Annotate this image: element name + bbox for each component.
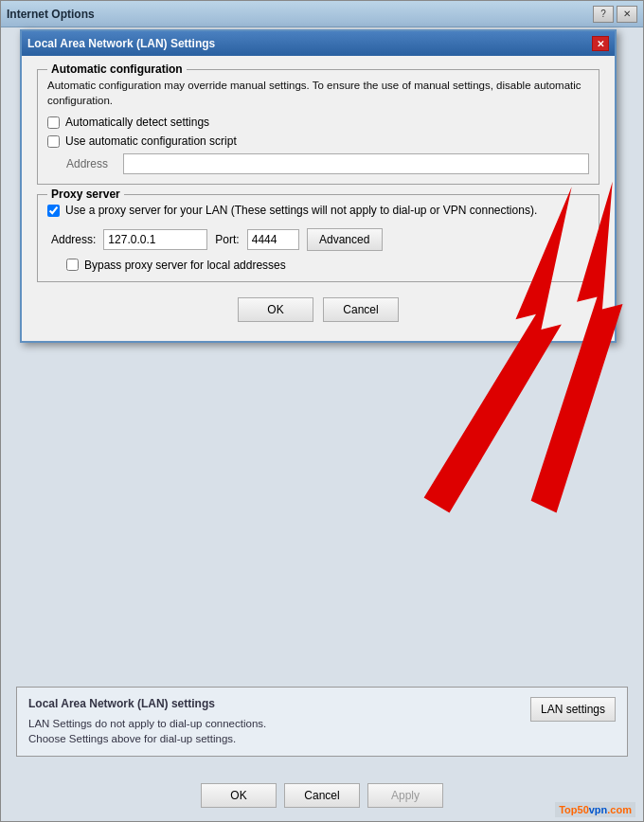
proxy-server-section: Proxy server Use a proxy server for your… — [37, 194, 599, 282]
proxy-port-label: Port: — [215, 233, 239, 246]
outer-apply-button[interactable]: Apply — [367, 783, 443, 808]
outer-bottom-section: Local Area Network (LAN) settings LAN Se… — [1, 679, 643, 764]
outer-window-title: Internet Options — [7, 8, 95, 21]
lan-section-desc2: Choose Settings above for dial-up settin… — [28, 731, 266, 746]
proxy-address-label: Address: — [51, 233, 96, 246]
dialog-buttons: OK Cancel — [37, 297, 599, 322]
help-button[interactable]: ? — [593, 6, 614, 23]
auto-script-row: Use automatic configuration script — [47, 134, 589, 148]
auto-detect-label: Automatically detect settings — [65, 116, 209, 129]
lan-titlebar: Local Area Network (LAN) Settings ✕ — [22, 31, 615, 56]
auto-detect-row: Automatically detect settings — [47, 116, 589, 129]
lan-dialog: Local Area Network (LAN) Settings ✕ Auto… — [20, 29, 617, 343]
outer-close-button[interactable]: ✕ — [617, 6, 637, 23]
lan-close-button[interactable]: ✕ — [592, 36, 609, 51]
auto-script-checkbox[interactable] — [47, 135, 60, 148]
proxy-address-input[interactable] — [103, 229, 207, 250]
lan-section-desc1: LAN Settings do not apply to dial-up con… — [28, 716, 266, 731]
watermark-text2: vpn — [589, 804, 608, 815]
dialog-ok-button[interactable]: OK — [238, 297, 313, 322]
lan-settings-panel: Local Area Network (LAN) settings LAN Se… — [16, 687, 628, 757]
lan-body: Automatic configuration Automatic config… — [22, 56, 615, 341]
auto-config-desc: Automatic configuration may override man… — [47, 78, 589, 108]
bypass-row: Bypass proxy server for local addresses — [66, 259, 589, 272]
lan-settings-text: Local Area Network (LAN) settings LAN Se… — [28, 697, 266, 746]
titlebar-buttons: ? ✕ — [593, 6, 637, 23]
auto-address-input[interactable] — [123, 153, 589, 174]
lan-settings-button[interactable]: LAN settings — [530, 697, 616, 722]
dialog-cancel-button[interactable]: Cancel — [323, 297, 399, 322]
auto-script-label: Use automatic configuration script — [65, 134, 237, 148]
bypass-checkbox[interactable] — [66, 259, 79, 271]
proxy-port-input[interactable] — [247, 229, 299, 250]
internet-options-window: Internet Options ? ✕ Local Area Network … — [0, 0, 644, 822]
auto-config-title: Automatic configuration — [47, 63, 187, 76]
outer-ok-button[interactable]: OK — [201, 783, 277, 808]
use-proxy-row: Use a proxy server for your LAN (These s… — [47, 203, 589, 219]
auto-detect-checkbox[interactable] — [47, 116, 60, 129]
auto-config-section: Automatic configuration Automatic config… — [37, 69, 599, 185]
watermark-text1: Top50 — [559, 804, 589, 815]
outer-bottom-buttons: OK Cancel Apply — [1, 783, 643, 808]
proxy-fields-row: Address: Port: Advanced — [51, 228, 589, 251]
auto-address-label: Address — [66, 157, 116, 170]
watermark: Top50vpn.com — [555, 802, 635, 817]
proxy-section-title: Proxy server — [47, 188, 124, 201]
outer-cancel-button[interactable]: Cancel — [284, 783, 360, 808]
bypass-label: Bypass proxy server for local addresses — [84, 259, 286, 272]
lan-dialog-title: Local Area Network (LAN) Settings — [27, 37, 215, 50]
use-proxy-checkbox[interactable] — [47, 205, 60, 217]
lan-section-title: Local Area Network (LAN) settings — [28, 697, 266, 710]
advanced-button[interactable]: Advanced — [307, 228, 383, 251]
watermark-text3: .com — [607, 804, 632, 815]
outer-titlebar: Internet Options ? ✕ — [1, 1, 643, 27]
auto-address-row: Address — [66, 153, 589, 174]
use-proxy-label: Use a proxy server for your LAN (These s… — [65, 203, 589, 219]
